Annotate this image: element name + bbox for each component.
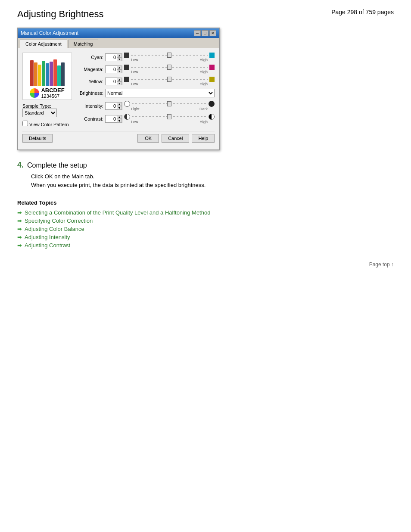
cyan-input[interactable] (106, 55, 117, 60)
intensity-input[interactable] (106, 103, 117, 109)
magenta-spinner-btns: ▲ ▼ (117, 65, 122, 73)
cyan-left-color (124, 53, 129, 58)
pencil-teal (57, 65, 61, 86)
yellow-left-color (124, 77, 129, 82)
magenta-slider-thumb[interactable] (167, 65, 171, 70)
magenta-up-btn[interactable]: ▲ (117, 65, 122, 69)
ok-button[interactable]: OK (137, 134, 159, 143)
pencil-red (30, 60, 34, 86)
pencil-green (42, 61, 45, 86)
pencil-dark (61, 62, 65, 86)
contrast-slider-thumb[interactable] (167, 114, 171, 119)
yellow-slider-thumb[interactable] (167, 77, 171, 82)
contrast-down-btn[interactable]: ▼ (117, 119, 122, 123)
contrast-spinner[interactable]: ▲ ▼ (105, 115, 122, 123)
contrast-input[interactable] (106, 116, 117, 121)
step4-title: Complete the setup (27, 162, 87, 169)
intensity-slider-line[interactable] (132, 103, 207, 104)
related-topics-title: Related Topics (17, 199, 394, 206)
related-link-3[interactable]: ➡ Adjusting Intensity (17, 234, 394, 240)
close-button[interactable]: ✕ (209, 30, 216, 36)
page-top[interactable]: Page top ↑ (17, 261, 394, 268)
cyan-down-btn[interactable]: ▼ (117, 57, 122, 61)
related-link-1[interactable]: ➡ Specifying Color Correction (17, 218, 394, 224)
cyan-slider-thumb[interactable] (167, 53, 171, 58)
preview-circle (30, 88, 39, 98)
page-top-label[interactable]: Page top ↑ (369, 261, 394, 268)
dialog-controls: Cyan: ▲ ▼ (78, 53, 215, 128)
cancel-button[interactable]: Cancel (162, 134, 189, 143)
contrast-control-row: Contrast: ▲ ▼ (78, 114, 215, 124)
yellow-slider-track (124, 77, 215, 82)
intensity-down-btn[interactable]: ▼ (117, 106, 122, 110)
yellow-input[interactable] (106, 79, 117, 84)
yellow-up-btn[interactable]: ▲ (117, 78, 122, 81)
yellow-spinner-btns: ▲ ▼ (117, 78, 122, 85)
magenta-right-color (209, 65, 215, 70)
dialog-bottom-buttons: Defaults OK Cancel Help (22, 131, 215, 145)
dialog-body: ABCDEF 1234567 Sample Type: Standard (18, 48, 219, 149)
intensity-high-label: Dark (199, 107, 208, 111)
page-title: Adjusting Brightness (17, 9, 104, 20)
cyan-label: Cyan: (78, 55, 103, 60)
intensity-slider-area: Light Dark (124, 101, 215, 111)
related-link-2[interactable]: ➡ Adjusting Color Balance (17, 226, 394, 232)
intensity-spinner[interactable]: ▲ ▼ (105, 102, 122, 110)
yellow-high-label: High (199, 82, 208, 86)
yellow-label: Yellow: (78, 79, 103, 84)
magenta-down-btn[interactable]: ▼ (117, 69, 122, 73)
contrast-up-btn[interactable]: ▲ (117, 115, 122, 119)
arrow-icon-1: ➡ (17, 218, 22, 224)
view-color-pattern-checkbox[interactable] (22, 121, 28, 126)
contrast-label: Contrast: (78, 116, 103, 121)
restore-button[interactable]: □ (202, 30, 209, 36)
yellow-spinner[interactable]: ▲ ▼ (105, 78, 122, 85)
cyan-slider-line[interactable] (131, 55, 208, 56)
minimize-button[interactable]: ─ (194, 30, 201, 36)
cyan-spinner-btns: ▲ ▼ (117, 53, 122, 61)
related-link-4[interactable]: ➡ Adjusting Contrast (17, 242, 394, 249)
magenta-slider-track (124, 65, 215, 70)
contrast-low-label: Low (131, 120, 138, 124)
dialog-container: Manual Color Adjustment ─ □ ✕ Color Adju… (17, 28, 394, 150)
yellow-down-btn[interactable]: ▼ (117, 81, 122, 85)
magenta-slider-labels: Low High (124, 70, 215, 74)
contrast-slider-line[interactable] (132, 116, 207, 117)
magenta-slider-line[interactable] (131, 67, 208, 68)
tab-color-adjustment[interactable]: Color Adjustment (20, 40, 67, 48)
cyan-up-btn[interactable]: ▲ (117, 53, 122, 57)
pencil-orange (34, 62, 37, 86)
magenta-input[interactable] (106, 67, 117, 72)
step4-number: 4. (17, 161, 24, 170)
brightness-select[interactable]: Normal Brightest Brighter Darker Darkest (105, 89, 215, 97)
cyan-slider-labels: Low High (124, 58, 215, 62)
arrow-icon-2: ➡ (17, 226, 22, 232)
intensity-left-icon (124, 101, 130, 107)
help-button[interactable]: Help (192, 134, 215, 143)
titlebar-buttons: ─ □ ✕ (194, 30, 216, 36)
defaults-button[interactable]: Defaults (22, 134, 53, 143)
preview-text: ABCDEF 1234567 (41, 87, 64, 99)
preview-image: ABCDEF 1234567 (22, 53, 72, 100)
magenta-high-label: High (199, 70, 208, 74)
view-color-pattern-label[interactable]: View Color Pattern (22, 122, 69, 127)
step4-instruction1: Click OK on the Main tab. (31, 172, 394, 181)
related-link-0[interactable]: ➡ Selecting a Combination of the Print Q… (17, 209, 394, 216)
dialog-title: Manual Color Adjustment (21, 30, 78, 36)
cyan-high-label: High (199, 58, 208, 62)
magenta-spinner[interactable]: ▲ ▼ (105, 65, 122, 73)
intensity-slider-thumb[interactable] (167, 101, 171, 106)
yellow-control-row: Yellow: ▲ ▼ (78, 77, 215, 86)
intensity-up-btn[interactable]: ▲ (117, 102, 122, 106)
cyan-low-label: Low (131, 58, 138, 62)
tab-matching[interactable]: Matching (68, 40, 99, 48)
intensity-slider-track (124, 101, 215, 107)
sample-type-select[interactable]: Standard (22, 109, 57, 117)
yellow-slider-line[interactable] (131, 79, 208, 80)
cyan-right-color (209, 53, 215, 58)
dialog-main-area: ABCDEF 1234567 Sample Type: Standard (22, 53, 215, 128)
contrast-left-icon (124, 114, 130, 120)
dialog-preview: ABCDEF 1234567 Sample Type: Standard (22, 53, 74, 128)
cyan-spinner[interactable]: ▲ ▼ (105, 53, 122, 61)
brightness-row: Brightness: Normal Brightest Brighter Da… (78, 89, 215, 97)
